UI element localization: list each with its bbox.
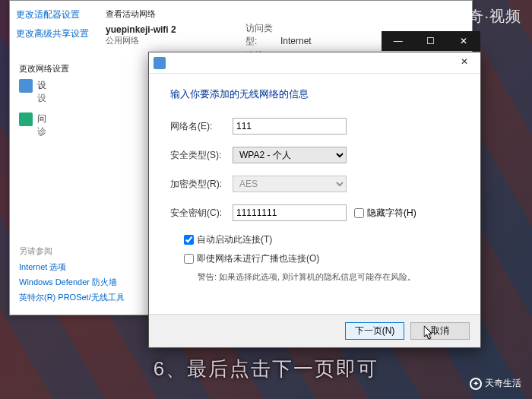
link-defender-firewall[interactable]: Windows Defender 防火墙 (19, 277, 125, 288)
tianqi-logo-icon: ✦ (470, 378, 482, 390)
setup-title: 设 (37, 79, 46, 92)
wizard-title-controls-dark: ― ☐ ✕ (382, 31, 480, 51)
tianqi-brand-text: 天奇生活 (485, 377, 521, 390)
link-advanced-sharing[interactable]: 更改高级共享设置 (16, 27, 89, 40)
setup-new-connection-item[interactable]: 设 设 (19, 79, 69, 105)
access-type-label: 访问类型: (245, 22, 280, 48)
troubleshoot-icon (19, 112, 33, 126)
security-type-label: 安全类型(S): (170, 149, 233, 162)
watermark-bottom-right: ✦ 天奇生活 (470, 377, 521, 390)
wizard-icon (154, 57, 166, 69)
troubleshoot-title: 问 (37, 112, 46, 125)
link-intel-proset[interactable]: 英特尔(R) PROSet/无线工具 (19, 292, 125, 303)
network-name-label: 网络名(E): (170, 120, 233, 133)
security-key-label: 安全密钥(C): (170, 207, 233, 220)
security-type-select[interactable]: WPA2 - 个人 (233, 147, 347, 163)
mouse-cursor (424, 326, 435, 341)
troubleshoot-desc: 诊 (37, 125, 46, 138)
next-button[interactable]: 下一页(N) (345, 322, 404, 340)
active-networks-heading: 查看活动网络 (106, 8, 461, 20)
minimize-button[interactable]: ― (382, 31, 414, 51)
network-name-input[interactable] (233, 118, 347, 135)
wizard-window-controls: ✕ (448, 52, 480, 71)
link-internet-options[interactable]: Internet 选项 (19, 261, 125, 273)
auto-start-checkbox[interactable] (184, 235, 194, 245)
hide-characters-label: 隐藏字符(H) (367, 207, 416, 220)
access-type-value: Internet (280, 36, 312, 46)
maximize-button[interactable]: ☐ (414, 31, 447, 51)
close-button[interactable]: ✕ (448, 52, 480, 71)
encryption-type-label: 加密类型(R): (170, 178, 233, 191)
watermark-top-right: 天奇·视频 (452, 6, 521, 27)
link-adapter-settings[interactable]: 更改适配器设置 (16, 8, 89, 21)
hide-characters-checkbox[interactable] (354, 208, 364, 218)
connect-hidden-checkbox[interactable] (184, 254, 194, 264)
security-key-input[interactable] (233, 204, 347, 221)
troubleshoot-item[interactable]: 问 诊 (19, 112, 69, 138)
add-wireless-network-wizard: ― ☐ ✕ ✕ 输入你要添加的无线网络的信息 网络名(E): 安全类型(S): … (148, 52, 481, 348)
hidden-network-warning: 警告: 如果选择此选项, 则计算机的隐私信息可能存在风险。 (198, 271, 459, 283)
setup-desc: 设 (37, 92, 46, 105)
video-subtitle: 6、最后点击下一页即可 (154, 356, 378, 382)
see-also-section: 另请参阅 Internet 选项 Windows Defender 防火墙 英特… (19, 245, 125, 307)
cancel-button[interactable]: 取消 (410, 322, 470, 340)
see-also-header: 另请参阅 (19, 245, 125, 257)
setup-icon (19, 79, 33, 93)
wizard-instruction: 输入你要添加的无线网络的信息 (170, 87, 459, 101)
auto-start-label: 自动启动此连接(T) (197, 233, 272, 246)
change-settings-heading: 更改网络设置 (19, 63, 69, 74)
wizard-titlebar (149, 52, 480, 74)
encryption-type-select[interactable]: AES (233, 176, 347, 192)
connect-hidden-label: 即使网络未进行广播也连接(O) (197, 252, 319, 265)
close-button-dark[interactable]: ✕ (448, 31, 480, 51)
